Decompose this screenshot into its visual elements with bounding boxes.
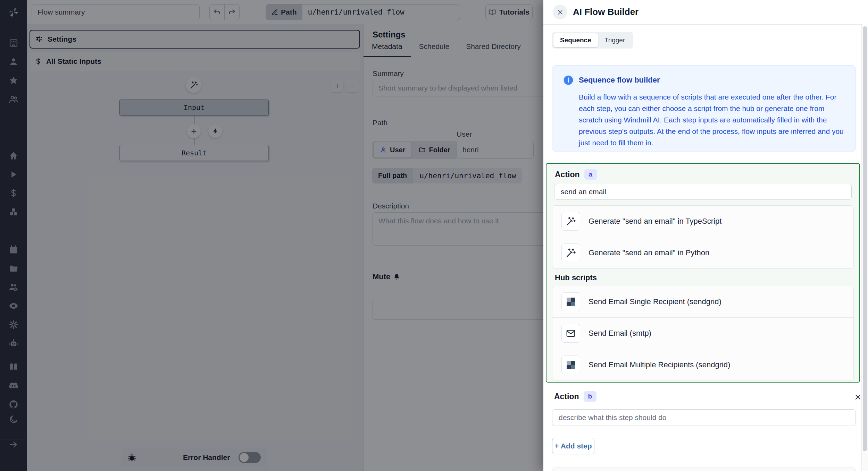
- action-a-label: Action: [555, 170, 580, 179]
- action-b-input[interactable]: [552, 409, 856, 426]
- ai-panel-title: AI Flow Builder: [573, 7, 639, 17]
- action-a-badge: a: [584, 169, 597, 180]
- action-a-input[interactable]: [554, 184, 852, 200]
- suggestion-list: Generate "send an email" in TypeScriptGe…: [552, 205, 854, 269]
- info-box: Sequence flow builder Build a flow with …: [552, 65, 856, 152]
- action-b-label: Action: [554, 392, 579, 401]
- close-icon: [854, 393, 862, 401]
- info-icon: [563, 75, 574, 86]
- mode-toggle: Sequence Trigger: [552, 32, 633, 49]
- add-step-button[interactable]: + Add step: [552, 438, 594, 454]
- sendgrid-icon: [561, 356, 580, 374]
- hub-scripts-label: Hub scripts: [555, 273, 597, 282]
- sendgrid-icon: [561, 292, 580, 311]
- action-a-card: Action a Generate "send an email" in Typ…: [546, 163, 860, 383]
- hub-script-row[interactable]: Send Email Single Recipient (sendgrid): [552, 286, 853, 317]
- row-label: Generate "send an email" in Python: [589, 248, 709, 257]
- hub-script-row[interactable]: Send Email Multiple Recipients (sendgrid…: [552, 349, 853, 380]
- mode-tab-trigger[interactable]: Trigger: [598, 33, 632, 47]
- row-label: Send Email Multiple Recipients (sendgrid…: [589, 360, 730, 369]
- info-box-title: Sequence flow builder: [579, 76, 660, 85]
- next-section-sliver: [552, 468, 856, 471]
- action-a-header: Action a: [555, 169, 597, 180]
- mode-tab-sequence[interactable]: Sequence: [553, 33, 598, 47]
- envelope-icon: [561, 324, 580, 343]
- header-divider: [543, 24, 862, 25]
- scrollbar-thumb[interactable]: [863, 26, 867, 451]
- info-box-body: Build a flow with a sequence of scripts …: [579, 91, 845, 148]
- row-label: Generate "send an email" in TypeScript: [589, 217, 721, 226]
- windmill-flow-editor: Path u/henri/unrivaled_flow Tutorials Se…: [0, 0, 868, 471]
- info-box-header: Sequence flow builder: [563, 75, 660, 86]
- suggestion-row[interactable]: Generate "send an email" in Python: [552, 237, 853, 268]
- scrollbar-track[interactable]: [861, 25, 868, 471]
- drawer-backdrop[interactable]: [0, 0, 543, 471]
- wand-icon: [561, 212, 580, 231]
- action-b-badge: b: [584, 391, 597, 402]
- close-button[interactable]: [553, 5, 567, 19]
- action-b-header: Action b: [554, 391, 596, 402]
- row-label: Send Email Single Recipient (sendgrid): [589, 297, 721, 306]
- ai-flow-builder-panel: AI Flow Builder Sequence Trigger Sequenc…: [543, 0, 868, 471]
- row-label: Send Email (smtp): [589, 329, 651, 338]
- hub-script-list: Send Email Single Recipient (sendgrid)Se…: [552, 286, 854, 381]
- suggestion-row[interactable]: Generate "send an email" in TypeScript: [552, 206, 853, 237]
- hub-script-row[interactable]: Send Email (smtp): [552, 317, 853, 349]
- wand-icon: [561, 243, 580, 262]
- close-icon: [557, 9, 564, 16]
